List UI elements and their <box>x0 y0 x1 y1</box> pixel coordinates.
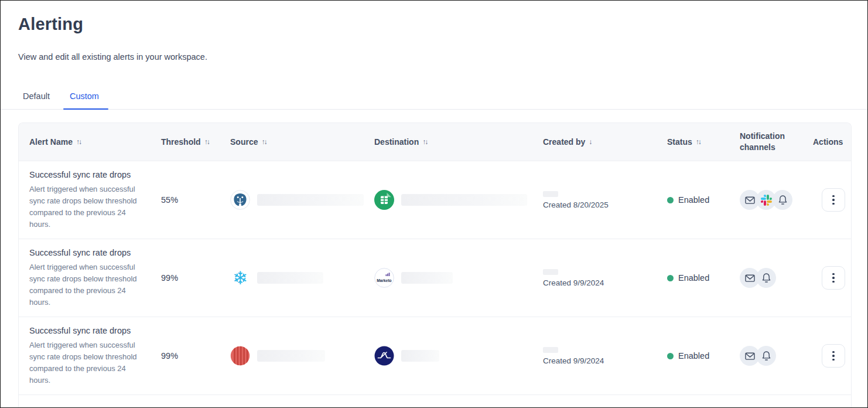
column-label: Source <box>230 137 258 148</box>
table-row: Successful sync rate drops Alert trigger… <box>19 239 851 317</box>
red-striped-database-icon <box>230 346 250 366</box>
redacted-destination-name <box>401 194 527 206</box>
notification-channels-cell <box>729 317 802 395</box>
bell-channel-badge <box>773 190 792 210</box>
threshold-value: 99% <box>161 351 178 361</box>
postgresql-icon <box>230 190 250 210</box>
alert-name-cell: Successful sync rate drops Alert trigger… <box>19 239 151 317</box>
status-cell: Enabled <box>657 161 729 239</box>
email-icon <box>744 194 756 206</box>
redacted-destination-name <box>401 272 453 284</box>
threshold-value: 99% <box>161 273 178 283</box>
column-header-alert-name[interactable]: Alert Name ↑↓ <box>19 123 151 161</box>
threshold-cell: 99% <box>151 239 220 317</box>
redacted-source-name <box>257 350 325 362</box>
bell-icon <box>760 350 773 362</box>
table-header: Alert Name ↑↓ Threshold ↑↓ Source ↑↓ Des… <box>19 123 851 161</box>
kebab-icon <box>832 195 834 197</box>
destination-cell: Marketo <box>364 239 532 317</box>
status-dot <box>667 197 674 203</box>
sort-icon: ↑↓ <box>204 137 209 147</box>
created-date: Created 9/9/2024 <box>543 356 604 365</box>
column-label: Status <box>667 137 692 148</box>
status-dot <box>667 353 674 359</box>
redacted-creator-name <box>543 347 558 353</box>
row-actions-menu-button[interactable] <box>822 266 845 290</box>
marketo-icon: Marketo <box>374 268 394 288</box>
column-label: Notification channels <box>740 131 798 153</box>
created-date: Created 9/9/2024 <box>543 278 604 287</box>
bell-channel-badge <box>756 346 776 366</box>
tab-custom[interactable]: Custom <box>70 91 99 109</box>
bell-icon <box>760 272 773 284</box>
actions-cell <box>802 161 851 239</box>
table-row-partial <box>19 395 851 408</box>
svg-text:Marketo: Marketo <box>377 278 391 283</box>
column-header-actions: Actions <box>802 123 851 161</box>
status-label: Enabled <box>678 273 709 283</box>
alert-name: Successful sync rate drops <box>29 326 131 335</box>
sort-icon: ↑↓ <box>696 137 700 147</box>
created-by-cell: Created 9/9/2024 <box>532 239 657 317</box>
status-label: Enabled <box>678 195 709 205</box>
alert-description: Alert triggered when successful sync rat… <box>29 261 139 308</box>
tab-default[interactable]: Default <box>23 91 50 109</box>
bell-icon <box>777 194 789 206</box>
page-title: Alerting <box>18 15 852 34</box>
source-cell: ❄ <box>220 239 364 317</box>
source-cell <box>220 161 364 239</box>
status-label: Enabled <box>678 351 709 361</box>
table-row: Successful sync rate drops Alert trigger… <box>19 317 851 395</box>
column-header-destination[interactable]: Destination ↑↓ <box>364 123 532 161</box>
row-actions-menu-button[interactable] <box>822 188 845 212</box>
alert-name: Successful sync rate drops <box>29 170 131 179</box>
created-by-cell: Created 8/20/2025 <box>532 161 657 239</box>
row-actions-menu-button[interactable] <box>822 344 845 368</box>
alert-description: Alert triggered when successful sync rat… <box>29 183 139 230</box>
threshold-value: 55% <box>161 195 178 205</box>
column-header-notification-channels: Notification channels <box>729 123 802 161</box>
column-header-threshold[interactable]: Threshold ↑↓ <box>151 123 220 161</box>
alert-name-cell: Successful sync rate drops Alert trigger… <box>19 161 151 239</box>
snowflake-icon: ❄ <box>230 268 250 288</box>
status-dot <box>667 275 674 281</box>
redacted-destination-name <box>401 350 439 362</box>
redacted-creator-name <box>543 191 558 197</box>
actions-cell <box>802 239 851 317</box>
bell-channel-badge <box>756 268 776 288</box>
column-label: Alert Name <box>29 137 73 148</box>
column-label: Actions <box>813 137 843 148</box>
redacted-source-name <box>257 194 364 206</box>
slack-icon <box>761 195 772 206</box>
column-header-status[interactable]: Status ↑↓ <box>657 123 729 161</box>
column-label: Destination <box>374 137 419 148</box>
created-date: Created 8/20/2025 <box>543 200 609 209</box>
source-cell <box>220 317 364 395</box>
column-header-created-by[interactable]: Created by ↓ <box>532 123 657 161</box>
kebab-icon <box>832 351 834 353</box>
alert-description: Alert triggered when successful sync rat… <box>29 339 139 386</box>
email-icon <box>744 350 756 362</box>
created-by-cell: Created 9/9/2024 <box>532 317 657 395</box>
page-subtitle: View and edit all existing alerts in you… <box>18 52 852 62</box>
status-cell: Enabled <box>657 317 729 395</box>
alert-name-cell: Successful sync rate drops Alert trigger… <box>19 317 151 395</box>
sort-icon: ↑↓ <box>76 137 81 147</box>
status-cell: Enabled <box>657 239 729 317</box>
sort-icon: ↑↓ <box>422 137 427 147</box>
threshold-cell: 55% <box>151 161 220 239</box>
column-header-source[interactable]: Source ↑↓ <box>220 123 364 161</box>
kebab-icon <box>832 273 834 275</box>
destination-cell <box>364 317 532 395</box>
google-sheets-icon <box>374 190 394 210</box>
amplitude-icon <box>374 346 394 366</box>
notification-channels-cell <box>729 161 802 239</box>
threshold-cell: 99% <box>151 317 220 395</box>
redacted-source-name <box>257 272 323 284</box>
alert-name: Successful sync rate drops <box>29 248 131 257</box>
notification-channels-cell <box>729 239 802 317</box>
email-icon <box>744 272 756 284</box>
destination-cell <box>364 161 532 239</box>
column-label: Threshold <box>161 137 201 148</box>
redacted-creator-name <box>543 269 558 275</box>
